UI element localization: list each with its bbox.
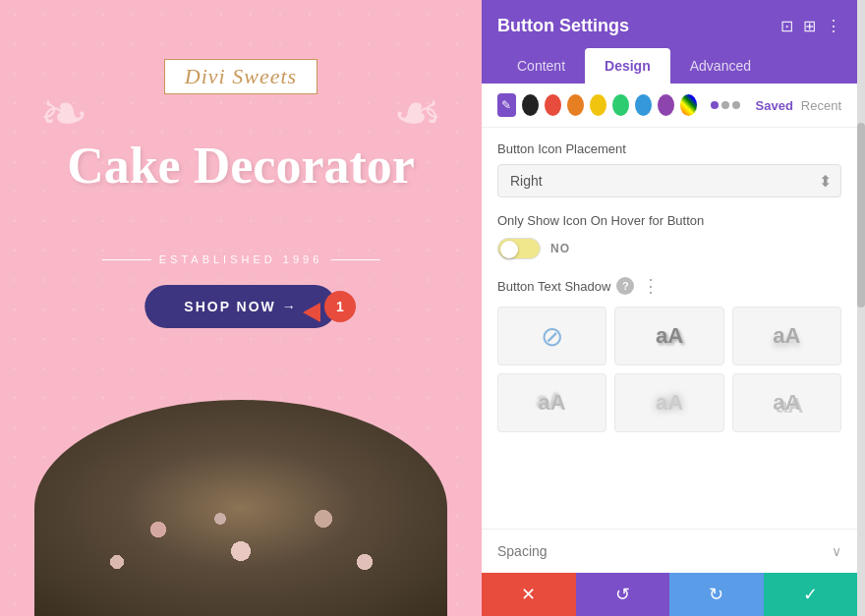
shadow-text-3: aA <box>539 390 566 416</box>
help-icon[interactable]: ? <box>616 277 634 295</box>
shadow-section-header: Button Text Shadow ? ⋮ <box>497 275 841 297</box>
shadow-text-2: aA <box>773 323 800 349</box>
button-icon-placement-label: Button Icon Placement <box>497 141 841 156</box>
settings-content: Button Icon Placement Right Left ⬍ Only … <box>482 128 857 529</box>
toggle-knob <box>500 241 518 258</box>
split-icon[interactable]: ⊞ <box>803 17 816 35</box>
tab-design[interactable]: Design <box>585 48 670 84</box>
undo-button[interactable]: ↺ <box>576 573 670 616</box>
color-swatch-yellow[interactable] <box>590 94 606 116</box>
spacing-title: Spacing <box>497 543 548 559</box>
more-options-icon[interactable]: ⋮ <box>826 17 841 35</box>
more-icon[interactable]: ⋮ <box>642 275 660 297</box>
button-text-shadow-section: Button Text Shadow ? ⋮ ⊘ aA aA <box>497 275 841 432</box>
color-swatches-row: ✎ Saved Recent <box>482 84 857 128</box>
hover-toggle[interactable] <box>497 238 541 259</box>
shadow-text-4: aA <box>656 390 683 416</box>
saved-label[interactable]: Saved <box>756 98 793 113</box>
color-swatch-black[interactable] <box>522 94 539 116</box>
color-swatch-blue[interactable] <box>635 94 652 116</box>
brand-name: Divi Sweets <box>164 59 317 94</box>
spacing-section[interactable]: Spacing ∨ <box>482 529 857 573</box>
cancel-button[interactable]: ✕ <box>482 573 576 616</box>
button-text-shadow-title: Button Text Shadow <box>497 279 610 294</box>
shadow-options-grid: ⊘ aA aA aA aA a <box>497 307 841 432</box>
header-icons: ⊡ ⊞ ⋮ <box>780 17 841 35</box>
bottom-toolbar: ✕ ↺ ↻ ✓ <box>482 573 857 616</box>
scrollbar[interactable] <box>857 0 865 616</box>
button-icon-placement-section: Button Icon Placement Right Left ⬍ <box>497 141 841 197</box>
settings-tabs: Content Design Advanced <box>497 48 841 84</box>
annotation-arrow <box>303 303 320 322</box>
toggle-label: NO <box>550 242 570 255</box>
brand-container: Divi Sweets <box>74 59 408 94</box>
shadow-option-2[interactable]: aA <box>732 307 841 365</box>
shadow-text-1: aA <box>656 323 683 349</box>
shadow-option-5[interactable]: aA <box>732 373 841 432</box>
tab-content[interactable]: Content <box>497 48 585 84</box>
settings-title: Button Settings <box>497 16 629 36</box>
color-swatch-purple[interactable] <box>658 94 674 116</box>
color-dots <box>703 97 748 113</box>
shadow-option-1[interactable]: aA <box>614 307 723 365</box>
pencil-icon[interactable]: ✎ <box>497 93 516 117</box>
food-image <box>34 400 447 616</box>
preview-panel: ❧ ❧ Divi Sweets Cake Decorator ESTABLISH… <box>0 0 482 616</box>
settings-header: Button Settings ⊡ ⊞ ⋮ Content Design Adv… <box>482 0 857 84</box>
recent-label[interactable]: Recent <box>801 98 841 113</box>
hero-title: Cake Decorator <box>34 138 447 194</box>
color-swatch-custom[interactable] <box>680 94 697 116</box>
shadow-option-3[interactable]: aA <box>497 373 606 432</box>
shadow-option-none[interactable]: ⊘ <box>497 307 606 365</box>
annotation-badge: 1 <box>324 291 356 322</box>
button-icon-placement-select[interactable]: Right Left <box>497 164 841 197</box>
shadow-text-5: aA <box>773 390 800 416</box>
select-wrapper: Right Left ⬍ <box>497 164 841 197</box>
redo-button[interactable]: ↻ <box>669 573 764 616</box>
no-shadow-icon: ⊘ <box>541 320 563 353</box>
resize-icon[interactable]: ⊡ <box>780 17 793 35</box>
settings-title-row: Button Settings ⊡ ⊞ ⋮ <box>497 16 841 36</box>
chevron-down-icon: ∨ <box>832 543 841 559</box>
toggle-row: NO <box>497 238 841 259</box>
saved-recent-row: Saved Recent <box>703 97 842 113</box>
only-show-icon-hover-section: Only Show Icon On Hover for Button NO <box>497 213 841 259</box>
food-image-overlay <box>34 400 447 616</box>
only-show-icon-hover-label: Only Show Icon On Hover for Button <box>497 213 841 228</box>
settings-panel: Button Settings ⊡ ⊞ ⋮ Content Design Adv… <box>482 0 857 616</box>
established-text: ESTABLISHED 1996 <box>102 253 380 265</box>
color-swatch-green[interactable] <box>612 94 629 116</box>
save-button[interactable]: ✓ <box>764 573 858 616</box>
color-swatch-orange[interactable] <box>567 94 584 116</box>
shadow-option-4[interactable]: aA <box>614 373 723 432</box>
color-swatch-red[interactable] <box>545 94 561 116</box>
scrollbar-thumb <box>857 123 865 308</box>
tab-advanced[interactable]: Advanced <box>670 48 771 84</box>
